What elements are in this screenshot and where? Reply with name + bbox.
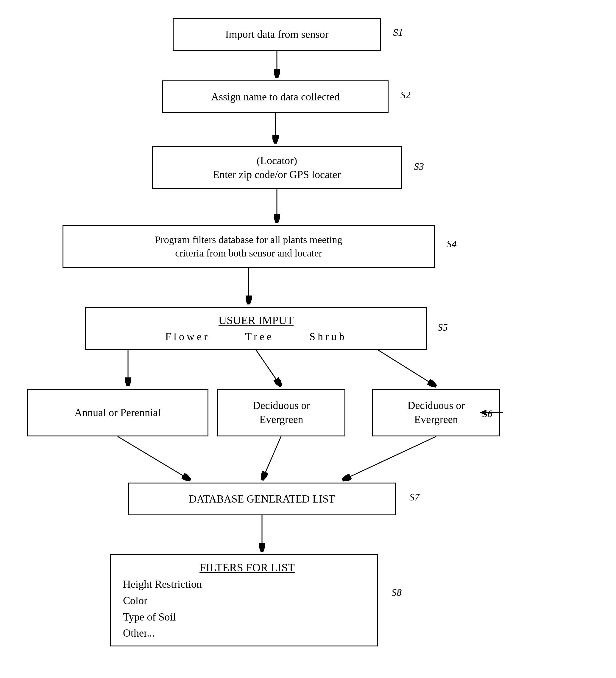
step-s7-text: DATABASE GENERATED LIST bbox=[189, 492, 335, 506]
svg-line-8 bbox=[118, 437, 191, 480]
step-s6-label: S6 bbox=[482, 408, 492, 419]
svg-line-10 bbox=[342, 437, 436, 480]
step-s8-line4: Other... bbox=[123, 626, 155, 640]
step-s3-text: (Locator) Enter zip code/or GPS locater bbox=[213, 154, 341, 182]
step-s2-text: Assign name to data collected bbox=[211, 90, 340, 104]
step-s3-label: S3 bbox=[414, 161, 424, 172]
step-s4-text: Program filters database for all plants … bbox=[155, 233, 342, 260]
step-s5-box: USUER IMPUT Flower Tree Shrub bbox=[85, 307, 427, 350]
step-s6-tree-text: Deciduous or Evergreen bbox=[253, 399, 310, 426]
step-s2-box: Assign name to data collected bbox=[162, 80, 388, 113]
step-s4-label: S4 bbox=[447, 238, 457, 250]
step-s3-box: (Locator) Enter zip code/or GPS locater bbox=[152, 146, 402, 189]
svg-line-9 bbox=[262, 437, 281, 480]
step-s8-box: FILTERS FOR LIST Height Restriction Colo… bbox=[110, 554, 378, 646]
step-s2-label: S2 bbox=[401, 89, 411, 101]
step-s5-label: S5 bbox=[438, 322, 448, 333]
step-s1-label: S1 bbox=[393, 27, 403, 38]
step-s1-text: Import data from sensor bbox=[225, 27, 329, 41]
step-s6-flower-text: Annual or Perennial bbox=[74, 406, 161, 420]
svg-line-6 bbox=[256, 350, 281, 386]
step-s6-shrub-box: Deciduous or Evergreen bbox=[372, 389, 500, 437]
step-s8-line3: Type of Soil bbox=[123, 610, 176, 624]
step-s8-line1: Height Restriction bbox=[123, 577, 202, 591]
step-s8-line2: Color bbox=[123, 594, 148, 608]
flowchart-diagram: Import data from sensor S1 Assign name t… bbox=[0, 0, 616, 678]
step-s6-flower-box: Annual or Perennial bbox=[27, 389, 208, 437]
step-s7-label: S7 bbox=[409, 492, 419, 503]
step-s6-shrub-text: Deciduous or Evergreen bbox=[408, 399, 465, 426]
step-s8-label: S8 bbox=[392, 587, 402, 598]
svg-line-7 bbox=[378, 350, 436, 386]
step-s8-title: FILTERS FOR LIST bbox=[200, 560, 295, 575]
step-s7-box: DATABASE GENERATED LIST bbox=[128, 483, 396, 515]
step-s4-box: Program filters database for all plants … bbox=[63, 225, 435, 268]
step-s5-title: USUER IMPUT bbox=[218, 313, 294, 328]
step-s6-tree-box: Deciduous or Evergreen bbox=[217, 389, 345, 437]
step-s5-options: Flower Tree Shrub bbox=[165, 330, 347, 344]
step-s1-box: Import data from sensor bbox=[173, 18, 381, 51]
